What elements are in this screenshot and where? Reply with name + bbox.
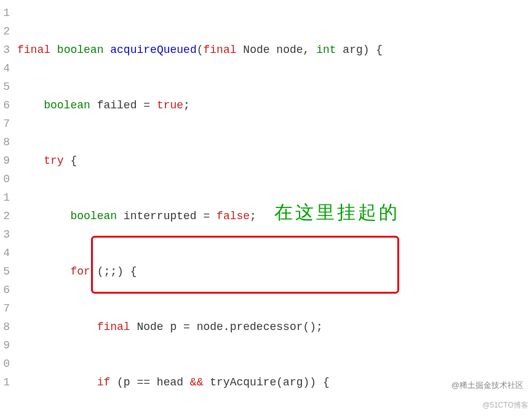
line-number: 5 [0, 262, 10, 281]
line-number: 4 [0, 59, 10, 78]
line-number: 3 [0, 41, 10, 59]
line-number: 0 [0, 355, 10, 373]
line-number: 3 [0, 225, 10, 244]
watermark-51cto: @51CTO博客 [482, 396, 528, 414]
line-number: 8 [0, 133, 10, 151]
line-number: 9 [0, 151, 10, 170]
line-number: 1 [0, 188, 10, 207]
line-number: 9 [0, 336, 10, 355]
code-block: 1 2 3 4 5 6 7 8 9 0 1 2 3 4 5 6 7 8 9 0 … [0, 0, 532, 418]
line-number: 6 [0, 281, 10, 299]
annotation-label: 在这里挂起的 [274, 203, 400, 222]
code-line: for (;;) { [17, 262, 389, 281]
line-number-gutter: 1 2 3 4 5 6 7 8 9 0 1 2 3 4 5 6 7 8 9 0 … [0, 4, 11, 418]
line-number: 1 [0, 4, 10, 22]
line-number: 1 [0, 373, 10, 392]
line-number: 0 [0, 170, 10, 188]
code-line: if (p == head && tryAcquire(arg)) { [17, 373, 389, 392]
watermark-juejin: @稀土掘金技术社区 [451, 376, 523, 395]
line-number: 8 [0, 318, 10, 336]
code-line: boolean failed = true; [17, 96, 389, 115]
code-line: try { [17, 151, 389, 170]
line-number: 7 [0, 115, 10, 133]
line-number: 2 [0, 207, 10, 225]
line-number: 2 [0, 22, 10, 41]
code-line: final boolean acquireQueued(final Node n… [17, 41, 389, 59]
line-number: 5 [0, 78, 10, 96]
line-number: 6 [0, 96, 10, 115]
line-number: 4 [0, 244, 10, 262]
line-number: 7 [0, 299, 10, 318]
code-line: final Node p = node.predecessor(); [17, 318, 389, 336]
